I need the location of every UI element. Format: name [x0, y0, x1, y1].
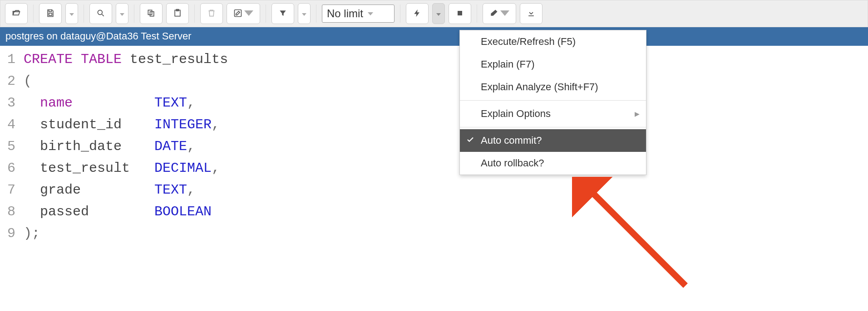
open-file-button[interactable]: [5, 3, 28, 24]
menu-item-auto-commit[interactable]: Auto commit?: [460, 129, 646, 152]
copy-button[interactable]: [140, 3, 163, 24]
eraser-icon: [489, 9, 498, 19]
separator: [84, 5, 84, 23]
save-button[interactable]: [39, 3, 62, 24]
execute-button[interactable]: [406, 3, 429, 24]
download-button[interactable]: [520, 3, 542, 24]
line-gutter: 1 2 3 4 5 6 7 8 9: [0, 46, 24, 247]
code-line: );: [24, 223, 228, 244]
line-number: 4: [7, 114, 15, 136]
code-line: grade TEXT,: [24, 179, 228, 201]
caret-down-icon: [302, 10, 306, 17]
save-dropdown[interactable]: [65, 3, 78, 24]
line-number: 2: [7, 70, 15, 92]
caret-down-icon: [368, 12, 373, 15]
trash-icon: [207, 9, 216, 19]
filter-button[interactable]: [271, 3, 294, 24]
caret-down-icon: [436, 10, 441, 17]
code-line: test_result DECIMAL,: [24, 157, 228, 179]
separator: [194, 5, 195, 23]
check-icon: [466, 135, 474, 146]
filter-dropdown[interactable]: [298, 3, 311, 24]
delete-button[interactable]: [200, 3, 223, 24]
line-number: 5: [7, 136, 15, 157]
code-line: student_id INTEGER,: [24, 114, 228, 136]
find-dropdown[interactable]: [116, 3, 128, 24]
menu-item-auto-rollback[interactable]: Auto rollback?: [460, 152, 646, 175]
svg-rect-7: [458, 11, 462, 15]
separator: [400, 5, 400, 23]
paste-icon: [173, 9, 182, 19]
row-limit-label: No limit: [327, 7, 363, 20]
svg-rect-0: [49, 13, 52, 15]
svg-point-1: [98, 10, 102, 15]
execute-dropdown[interactable]: [432, 3, 445, 24]
svg-rect-6: [235, 10, 242, 16]
code-line: name TEXT,: [24, 92, 228, 114]
filter-icon: [278, 9, 287, 19]
caret-down-icon: [120, 10, 124, 17]
line-number: 1: [7, 49, 15, 70]
pencil-square-icon: [233, 9, 242, 19]
code-line: birth_date DATE,: [24, 136, 228, 157]
clear-button[interactable]: [483, 3, 516, 24]
separator: [266, 5, 266, 23]
bolt-icon: [413, 9, 422, 19]
stop-icon: [455, 9, 464, 19]
caret-down-icon: [244, 9, 253, 19]
separator: [134, 5, 134, 23]
menu-item-explain[interactable]: Explain (F7): [460, 53, 646, 76]
sql-editor[interactable]: 1 2 3 4 5 6 7 8 9 CREATE TABLE test_resu…: [0, 46, 868, 247]
stop-button[interactable]: [449, 3, 471, 24]
caret-down-icon: [500, 9, 509, 19]
menu-item-explain-analyze[interactable]: Explain Analyze (Shift+F7): [460, 76, 646, 98]
line-number: 6: [7, 157, 15, 179]
row-limit-select[interactable]: No limit: [322, 5, 395, 23]
line-number: 7: [7, 179, 15, 201]
code-line: passed BOOLEAN: [24, 201, 228, 223]
menu-divider: [460, 100, 646, 101]
execute-menu: Execute/Refresh (F5) Explain (F7) Explai…: [459, 30, 646, 175]
line-number: 8: [7, 201, 15, 223]
menu-divider: [460, 127, 646, 127]
menu-item-execute[interactable]: Execute/Refresh (F5): [460, 30, 646, 53]
line-number: 9: [7, 223, 15, 244]
caret-down-icon: [69, 10, 74, 17]
code-line: CREATE TABLE test_results: [24, 49, 228, 70]
edit-button[interactable]: [227, 3, 260, 24]
connection-label: postgres on dataguy@Data36 Test Server: [5, 30, 192, 42]
code-area[interactable]: CREATE TABLE test_results ( name TEXT, s…: [24, 46, 228, 247]
line-number: 3: [7, 92, 15, 114]
floppy-disk-icon: [46, 9, 55, 19]
menu-item-explain-options[interactable]: Explain Options: [460, 102, 646, 125]
find-button[interactable]: [89, 3, 112, 24]
svg-rect-8: [528, 15, 534, 16]
copy-icon: [147, 9, 156, 19]
download-icon: [527, 9, 536, 19]
code-line: (: [24, 70, 228, 92]
separator: [33, 5, 34, 23]
separator: [477, 5, 477, 23]
toolbar: No limit: [0, 0, 868, 27]
separator: [316, 5, 316, 23]
connection-bar: postgres on dataguy@Data36 Test Server: [0, 27, 868, 46]
folder-open-icon: [12, 9, 21, 19]
search-icon: [96, 9, 105, 19]
paste-button[interactable]: [166, 3, 189, 24]
